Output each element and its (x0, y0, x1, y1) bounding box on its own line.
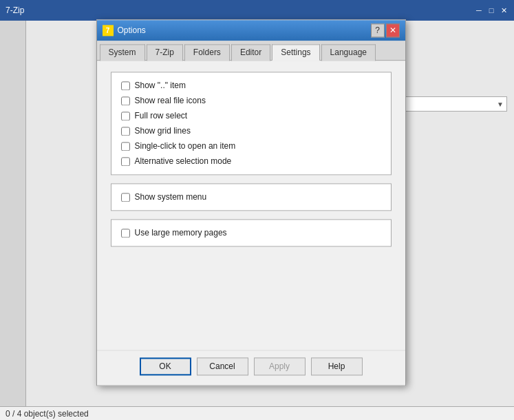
dialog-title: Options (118, 25, 371, 35)
alt-selection-label: Alternative selection mode (135, 156, 232, 166)
cancel-button[interactable]: Cancel (197, 357, 248, 375)
checkbox-row-large-memory: Use large memory pages (121, 228, 381, 238)
checkbox-row-full-row-select: Full row select (121, 111, 381, 120)
bg-statusbar: 0 / 4 object(s) selected (0, 406, 514, 420)
bg-sidebar (0, 21, 26, 406)
show-sys-menu-checkbox[interactable] (121, 193, 130, 202)
checkbox-row-show-real-icons: Show real file icons (121, 96, 381, 105)
settings-group-main: Show ".." item Show real file icons Full… (111, 72, 392, 175)
show-dotdot-checkbox[interactable] (121, 81, 130, 90)
large-memory-checkbox[interactable] (121, 229, 130, 238)
tabs-container: System 7-Zip Folders Editor Settings Lan… (97, 41, 405, 61)
dialog-close-button[interactable]: ✕ (386, 23, 400, 37)
bg-titlebar-controls: ─ □ ✕ (474, 6, 508, 15)
tab-language[interactable]: Language (321, 44, 376, 61)
tab-settings[interactable]: Settings (272, 44, 319, 61)
statusbar-text: 0 / 4 object(s) selected (6, 409, 89, 419)
show-dotdot-label: Show ".." item (135, 81, 186, 90)
dialog-titlebar-controls: ? ✕ (371, 23, 400, 37)
checkbox-row-show-dotdot: Show ".." item (121, 81, 381, 90)
checkbox-row-alt-selection: Alternative selection mode (121, 156, 381, 166)
show-grid-lines-checkbox[interactable] (121, 127, 130, 136)
options-dialog: 7 Options ? ✕ System 7-Zip Folders Edito… (96, 19, 406, 386)
full-row-select-label: Full row select (135, 111, 188, 120)
dialog-titlebar: 7 Options ? ✕ (97, 20, 405, 41)
single-click-checkbox[interactable] (121, 142, 130, 151)
bg-titlebar: 7-Zip ─ □ ✕ (0, 0, 514, 21)
checkbox-row-show-grid-lines: Show grid lines (121, 126, 381, 136)
dialog-app-icon: 7 (103, 25, 114, 36)
bg-maximize-button[interactable]: □ (486, 6, 496, 15)
bg-close-button[interactable]: ✕ (499, 6, 508, 15)
show-real-icons-checkbox[interactable] (121, 96, 130, 105)
bg-minimize-button[interactable]: ─ (474, 6, 484, 15)
bg-window-title: 7-Zip (6, 6, 474, 15)
tab-editor[interactable]: Editor (231, 44, 270, 61)
show-sys-menu-label: Show system menu (135, 192, 207, 202)
ok-button[interactable]: OK (140, 357, 191, 375)
show-real-icons-label: Show real file icons (135, 96, 206, 105)
help-button[interactable]: Help (311, 357, 363, 375)
show-grid-lines-label: Show grid lines (135, 126, 191, 136)
alt-selection-checkbox[interactable] (121, 157, 130, 166)
apply-button[interactable]: Apply (254, 357, 306, 375)
tab-system[interactable]: System (100, 44, 145, 61)
single-click-label: Single-click to open an item (135, 141, 236, 151)
dropdown-arrow-icon: ▼ (497, 101, 504, 108)
dialog-buttons: OK Cancel Apply Help (97, 350, 405, 385)
dialog-help-button[interactable]: ? (371, 23, 385, 37)
settings-group-large-memory: Use large memory pages (111, 219, 392, 246)
checkbox-row-show-sys-menu: Show system menu (121, 192, 381, 202)
checkbox-row-single-click: Single-click to open an item (121, 141, 381, 151)
large-memory-label: Use large memory pages (135, 228, 227, 238)
settings-group-system-menu: Show system menu (111, 183, 392, 211)
tab-folders[interactable]: Folders (184, 44, 230, 61)
tab-7zip[interactable]: 7-Zip (147, 44, 183, 61)
full-row-select-checkbox[interactable] (121, 112, 130, 120)
dialog-content: Show ".." item Show real file icons Full… (97, 61, 405, 350)
